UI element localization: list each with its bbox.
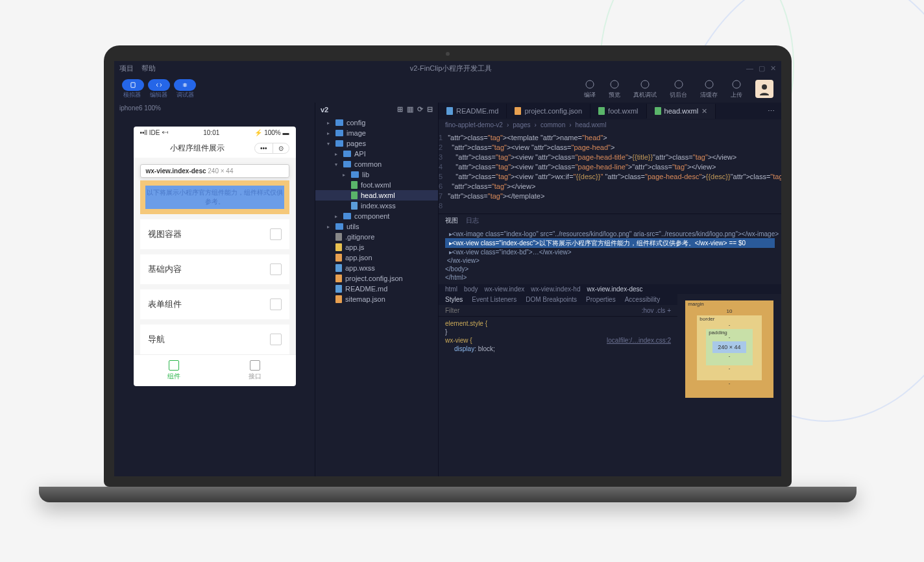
dom-crumb[interactable]: wx-view.index	[485, 286, 525, 293]
tree-item[interactable]: ▸utils	[315, 221, 438, 232]
tabs-overflow-icon[interactable]: ⋯	[761, 107, 781, 116]
dom-crumb[interactable]: wx-view.index-hd	[531, 286, 580, 293]
inspector-tooltip: wx-view.index-desc 240 × 44	[140, 164, 289, 178]
dom-node[interactable]: </wx-view>	[445, 256, 775, 265]
mode-debugger-button[interactable]	[174, 79, 196, 91]
preview-button[interactable]: 预览	[609, 79, 620, 99]
tree-item[interactable]: ▸lib	[315, 169, 438, 180]
minimize-icon[interactable]: —	[746, 64, 753, 73]
avatar[interactable]	[755, 80, 773, 98]
new-folder-icon[interactable]: ▥	[407, 105, 413, 114]
tree-item[interactable]: head.wxml	[315, 190, 438, 201]
editor-tab[interactable]: project.config.json	[507, 104, 590, 118]
tree-item[interactable]: ▾pages	[315, 138, 438, 149]
list-item[interactable]: 表单组件	[140, 289, 289, 319]
tree-item[interactable]: foot.wxml	[315, 180, 438, 190]
breadcrumb-item[interactable]: head.wxml	[576, 121, 607, 128]
mini-app-title: 小程序组件展示	[140, 143, 254, 154]
dom-node[interactable]: ▸<wx-view class="index-desc">以下将展示小程序官方组…	[445, 238, 775, 248]
list-item[interactable]: 基础内容	[140, 254, 289, 284]
tree-item[interactable]: app.wxss	[315, 263, 438, 273]
simulator-device-label[interactable]: iphone6 100%	[114, 103, 315, 114]
folder-icon	[343, 161, 351, 167]
highlighted-element[interactable]: 以下将展示小程序官方组件能力，组件样式仅供参考。	[140, 180, 289, 214]
tree-item[interactable]: index.wxss	[315, 201, 438, 211]
dom-tree[interactable]: ▸<wx-image class="index-logo" src="../re…	[439, 227, 781, 284]
dom-node[interactable]: ▸<wx-image class="index-logo" src="../re…	[445, 230, 775, 238]
tree-item[interactable]: .gitignore	[315, 232, 438, 242]
breadcrumb-item[interactable]: pages	[513, 121, 530, 128]
file-icon	[335, 285, 342, 293]
dom-node[interactable]: </html>	[445, 273, 775, 282]
menu-project[interactable]: 项目	[119, 64, 134, 73]
breadcrumb-item[interactable]: fino-applet-demo-v2	[445, 121, 503, 128]
background-button[interactable]: 切后台	[670, 79, 687, 99]
titlebar: 项目 帮助 v2-FinClip小程序开发工具 — ▢ ✕	[114, 61, 781, 75]
code-editor[interactable]: 12345678 "attr">class="tag"><template "a…	[439, 130, 781, 214]
tree-item[interactable]: ▸API	[315, 149, 438, 159]
styles-tab[interactable]: Event Listeners	[472, 296, 517, 303]
project-root[interactable]: v2	[321, 106, 328, 114]
dom-crumb[interactable]: html	[445, 286, 457, 293]
styles-tab[interactable]: Accessibility	[625, 296, 660, 303]
editor-tab[interactable]: foot.wxml	[590, 104, 646, 118]
toolbar: 模拟器 编辑器 调试器 编译 预览 真机调试 切后台 清缓存 上传	[114, 75, 781, 103]
dom-node[interactable]: ▸<wx-view class="index-bd">…</wx-view>	[445, 248, 775, 256]
tree-item[interactable]: app.js	[315, 242, 438, 252]
styles-tab[interactable]: Properties	[586, 296, 616, 303]
mode-simulator-button[interactable]	[122, 79, 144, 91]
close-icon[interactable]: ✕	[770, 64, 776, 73]
compile-button[interactable]: 编译	[584, 79, 596, 99]
maximize-icon[interactable]: ▢	[759, 64, 765, 73]
phone-preview: ••ll IDE ⬶ 10:01 ⚡ 100% ▬ 小程序组件展示 •••⊙ w…	[134, 127, 296, 386]
dom-breadcrumb[interactable]: htmlbodywx-view.indexwx-view.index-hdwx-…	[439, 284, 781, 294]
svg-rect-0	[131, 82, 135, 88]
dom-crumb[interactable]: wx-view.index-desc	[587, 286, 642, 293]
refresh-icon[interactable]: ⟳	[417, 105, 423, 114]
file-icon	[335, 254, 342, 262]
editor-tab[interactable]: README.md	[439, 104, 507, 118]
status-time: 10:01	[203, 129, 219, 136]
styles-tab[interactable]: DOM Breakpoints	[526, 296, 577, 303]
dom-node[interactable]: </body>	[445, 265, 775, 273]
tree-item[interactable]: project.config.json	[315, 273, 438, 284]
svg-point-1	[586, 80, 594, 88]
upload-button[interactable]: 上传	[731, 79, 742, 99]
breadcrumb-item[interactable]: common	[541, 121, 565, 128]
menu-help[interactable]: 帮助	[141, 64, 156, 73]
mode-editor-button[interactable]	[148, 79, 170, 91]
styles-rules[interactable]: element.style {}</span><span class="rule…	[439, 317, 677, 356]
tree-item[interactable]: ▸config	[315, 117, 438, 128]
tree-item[interactable]: app.json	[315, 252, 438, 263]
bottom-tab[interactable]: 接口	[215, 355, 296, 386]
list-item[interactable]: 导航	[140, 324, 289, 354]
new-file-icon[interactable]: ⊞	[397, 105, 403, 114]
tree-item[interactable]: ▾common	[315, 159, 438, 169]
close-tab-icon[interactable]: ✕	[701, 107, 707, 116]
tree-item[interactable]: ▸image	[315, 128, 438, 138]
capsule-menu[interactable]: •••⊙	[254, 143, 289, 154]
ide-window: 项目 帮助 v2-FinClip小程序开发工具 — ▢ ✕	[114, 61, 781, 476]
bottom-tab[interactable]: 组件	[134, 355, 215, 386]
list-item-icon	[270, 334, 282, 345]
close-capsule-icon[interactable]: ⊙	[273, 143, 289, 153]
list-item[interactable]: 视图容器	[140, 219, 289, 249]
devtools-tab[interactable]: 视图	[445, 216, 458, 225]
tree-item[interactable]: sitemap.json	[315, 294, 438, 304]
styles-tab[interactable]: Styles	[445, 296, 463, 303]
dom-crumb[interactable]: body	[464, 286, 478, 293]
file-icon	[351, 202, 358, 210]
file-icon	[598, 107, 605, 115]
window-title: v2-FinClip小程序开发工具	[156, 64, 746, 73]
tree-item[interactable]: README.md	[315, 284, 438, 294]
remote-debug-button[interactable]: 真机调试	[633, 79, 657, 99]
devtools-tab[interactable]: 日志	[466, 216, 479, 225]
tree-item[interactable]: ▸component	[315, 211, 438, 221]
camera-notch	[446, 52, 450, 56]
styles-filter-actions[interactable]: :hov .cls +	[642, 307, 671, 314]
styles-filter-input[interactable]	[445, 307, 642, 314]
collapse-icon[interactable]: ⊟	[427, 105, 433, 114]
editor-tab[interactable]: head.wxml✕	[647, 104, 716, 119]
more-icon[interactable]: •••	[255, 143, 273, 153]
clear-cache-button[interactable]: 清缓存	[700, 79, 718, 99]
